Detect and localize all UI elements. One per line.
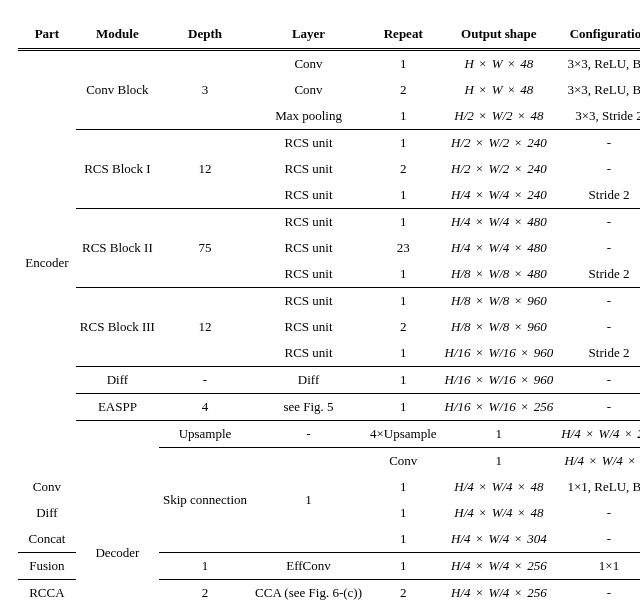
col-part: Part bbox=[18, 20, 76, 50]
cell-output: H/2 × W/2 × 240 bbox=[441, 156, 558, 182]
cell-module: RCS Block II bbox=[76, 209, 159, 288]
cell-layer: RCS unit bbox=[251, 130, 366, 157]
cell-repeat: 1 bbox=[366, 182, 441, 209]
cell-repeat: 1 bbox=[441, 448, 558, 475]
cell-layer: Conv bbox=[18, 474, 76, 500]
col-depth: Depth bbox=[159, 20, 251, 50]
cell-module: Skip connection bbox=[159, 448, 251, 553]
cell-repeat: 1 bbox=[366, 209, 441, 236]
cell-output: H/8 × W/8 × 960 bbox=[441, 288, 558, 315]
cell-output: H/16 × W/16 × 960 bbox=[441, 340, 558, 367]
cell-repeat: 23 bbox=[366, 235, 441, 261]
cell-module: RCS Block III bbox=[76, 288, 159, 367]
cell-part: Decoder bbox=[76, 421, 159, 607]
cell-output: H × W × 48 bbox=[441, 51, 558, 77]
cell-layer: Diff bbox=[18, 500, 76, 526]
cell-output: H/4 × W/4 × 256 bbox=[441, 580, 558, 607]
table-row: RCS Block II75RCS unit1H/4 × W/4 × 480- bbox=[18, 209, 640, 236]
cell-config: - bbox=[557, 288, 640, 315]
cell-config: 3×3, ReLU, BN bbox=[557, 51, 640, 77]
cell-output: H/4 × W/4 × 304 bbox=[441, 526, 558, 553]
cell-repeat: 1 bbox=[366, 340, 441, 367]
cell-layer: RCS unit bbox=[251, 288, 366, 315]
cell-output: H/4 × W/4 × 240 bbox=[441, 182, 558, 209]
cell-repeat: 1 bbox=[366, 474, 441, 500]
cell-output: H/8 × W/8 × 480 bbox=[441, 261, 558, 288]
cell-module: Upsample bbox=[159, 421, 251, 448]
cell-depth: 1 bbox=[159, 553, 251, 580]
header-row: Part Module Depth Layer Repeat Output sh… bbox=[18, 20, 640, 50]
cell-output: H/4 × W/4 × 48 bbox=[441, 474, 558, 500]
cell-output: H × W × 48 bbox=[441, 77, 558, 103]
cell-module: Diff bbox=[76, 367, 159, 394]
architecture-table: Part Module Depth Layer Repeat Output sh… bbox=[18, 20, 640, 606]
cell-layer: RCS unit bbox=[251, 235, 366, 261]
cell-module: Fusion bbox=[18, 553, 76, 580]
cell-repeat: 1 bbox=[366, 261, 441, 288]
cell-depth: 1 bbox=[251, 448, 366, 553]
cell-layer: Conv bbox=[251, 77, 366, 103]
table-row: DecoderUpsample-4×Upsample1H/4 × W/4 × 2… bbox=[18, 421, 640, 448]
cell-config: 1×1, ReLU, BN bbox=[557, 474, 640, 500]
cell-depth: 4 bbox=[159, 394, 251, 421]
cell-config: - bbox=[557, 209, 640, 236]
table-row: RCS Block I12RCS unit1H/2 × W/2 × 240- bbox=[18, 130, 640, 157]
cell-layer: CCA (see Fig. 6-(c)) bbox=[251, 580, 366, 607]
cell-repeat: 2 bbox=[366, 77, 441, 103]
cell-module: EASPP bbox=[76, 394, 159, 421]
cell-output: H/8 × W/8 × 960 bbox=[441, 314, 558, 340]
cell-layer: Max pooling bbox=[251, 103, 366, 130]
cell-layer: 4×Upsample bbox=[366, 421, 441, 448]
col-output: Output shape bbox=[441, 20, 558, 50]
cell-layer: RCS unit bbox=[251, 182, 366, 209]
cell-config: - bbox=[557, 314, 640, 340]
table-row: EncoderConv Block3Conv1H × W × 483×3, Re… bbox=[18, 51, 640, 77]
cell-layer: RCS unit bbox=[251, 314, 366, 340]
cell-module: Conv Block bbox=[76, 51, 159, 130]
cell-output: H/2 × W/2 × 240 bbox=[441, 130, 558, 157]
table-row: RCS Block III12RCS unit1H/8 × W/8 × 960- bbox=[18, 288, 640, 315]
cell-repeat: 1 bbox=[366, 51, 441, 77]
table-row: EASPP4see Fig. 51H/16 × W/16 × 256- bbox=[18, 394, 640, 421]
cell-config: Stride 2 bbox=[557, 261, 640, 288]
cell-output: H/16 × W/16 × 256 bbox=[441, 394, 558, 421]
cell-repeat: 1 bbox=[366, 553, 441, 580]
table-body: EncoderConv Block3Conv1H × W × 483×3, Re… bbox=[18, 51, 640, 606]
cell-config: - bbox=[557, 500, 640, 526]
cell-config: - bbox=[557, 526, 640, 553]
cell-layer: Concat bbox=[18, 526, 76, 553]
cell-config: - bbox=[557, 130, 640, 157]
cell-repeat: 1 bbox=[366, 394, 441, 421]
cell-repeat: 1 bbox=[366, 103, 441, 130]
cell-layer: Diff bbox=[251, 367, 366, 394]
cell-config: - bbox=[557, 156, 640, 182]
cell-output: H/2 × W/2 × 48 bbox=[441, 103, 558, 130]
cell-config: Stride 2 bbox=[557, 182, 640, 209]
table-row: Diff-Diff1H/16 × W/16 × 960- bbox=[18, 367, 640, 394]
cell-depth: - bbox=[159, 367, 251, 394]
cell-repeat: 2 bbox=[366, 314, 441, 340]
cell-module: RCS Block I bbox=[76, 130, 159, 209]
cell-config: - bbox=[557, 235, 640, 261]
cell-layer: RCS unit bbox=[251, 261, 366, 288]
cell-depth: 12 bbox=[159, 130, 251, 209]
cell-repeat: 2 bbox=[366, 156, 441, 182]
cell-repeat: 1 bbox=[366, 288, 441, 315]
cell-config: - bbox=[557, 394, 640, 421]
cell-config: 1×1 bbox=[557, 553, 640, 580]
cell-output: H/4 × W/4 × 48 bbox=[557, 448, 640, 475]
cell-output: H/4 × W/4 × 480 bbox=[441, 235, 558, 261]
cell-repeat: 1 bbox=[366, 526, 441, 553]
cell-config: 3×3, ReLU, BN bbox=[557, 77, 640, 103]
cell-layer: RCS unit bbox=[251, 209, 366, 236]
cell-layer: see Fig. 5 bbox=[251, 394, 366, 421]
cell-repeat: 2 bbox=[366, 580, 441, 607]
cell-repeat: 1 bbox=[366, 367, 441, 394]
cell-depth: - bbox=[251, 421, 366, 448]
cell-output: H/4 × W/4 × 48 bbox=[441, 500, 558, 526]
cell-output: H/4 × W/4 × 480 bbox=[441, 209, 558, 236]
cell-output: H/4 × W/4 × 256 bbox=[441, 553, 558, 580]
cell-depth: 12 bbox=[159, 288, 251, 367]
cell-layer: RCS unit bbox=[251, 156, 366, 182]
cell-config: 3×3, Stride 2 bbox=[557, 103, 640, 130]
